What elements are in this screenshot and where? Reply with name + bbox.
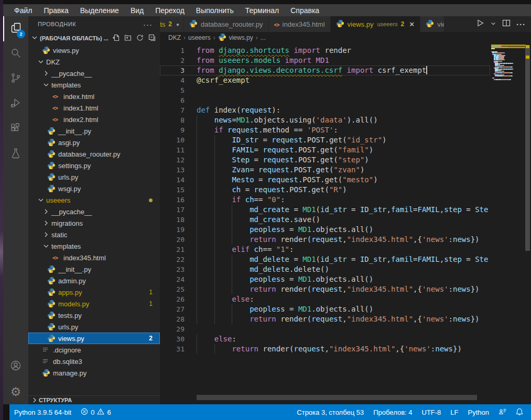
menu-item-Правка[interactable]: Правка [38,6,74,15]
breadcrumb[interactable]: DKZ›useeers›views.py›... [160,32,531,43]
python-interpreter-item[interactable]: Python 3.9.5 64-bit [9,408,76,416]
notifications-item[interactable] [511,408,528,417]
run-dropdown-chevron-icon[interactable] [490,19,496,29]
activitybar-run-debug[interactable] [3,92,28,117]
code-editor[interactable]: 1from django.shortcuts import render2fro… [160,43,531,404]
menu-item-Выполнить[interactable]: Выполнить [190,6,240,15]
code-token: = [254,146,263,154]
tree-item-models.py[interactable]: models.py1 [28,298,160,310]
encoding-item[interactable]: UTF-8 [417,408,446,416]
tree-item-index1.html[interactable]: <>index1.html [28,102,160,114]
tab-database_roouter.py[interactable]: database_roouter.py [184,16,269,32]
tree-item-index2.html[interactable]: <>index2.html [28,114,160,125]
vertical-scrollbar[interactable] [524,43,531,404]
indent-guide [232,314,232,324]
activitybar-account[interactable] [3,354,28,379]
tree-item-__init__.py[interactable]: __init__.py [28,125,160,137]
new-file-icon[interactable] [112,34,120,42]
refresh-icon[interactable] [136,34,144,42]
tree-item-urls.py[interactable]: urls.py [28,171,160,183]
tree-item-DKZ[interactable]: DKZ [28,56,160,68]
new-folder-icon[interactable] [124,34,132,42]
tree-item-.dcignore[interactable]: .dcignore [28,344,160,356]
tab-diiits[interactable]: diiits2● [160,16,184,32]
tree-item-__pycache__[interactable]: __pycache__ [28,68,160,79]
explorer-badge: 2 [17,30,25,38]
vertical-scrollbar-thumb[interactable] [525,46,530,251]
activitybar-extensions[interactable] [3,117,28,142]
indentation-item[interactable]: Пробелов: 4 [369,408,417,416]
tab-index345.html[interactable]: <>index345.html [269,16,331,32]
cursor-position-item[interactable]: Строка 3, столбец 53 [292,408,369,416]
minimap[interactable] [491,45,526,80]
tree-item-database_roouter.py[interactable]: database_roouter.py [28,148,160,160]
tree-item-index345.html[interactable]: <>index345.html [28,252,160,263]
tree-item-tests.py[interactable]: tests.py [28,310,160,321]
sidebar-more-actions[interactable]: ··· [143,20,153,29]
horizontal-scrollbar-thumb[interactable] [197,395,477,400]
tree-item-apps.py[interactable]: apps.py1 [28,286,160,298]
tree-item-asgi.py[interactable]: asgi.py [28,137,160,148]
activitybar-testing[interactable] [3,142,28,167]
tree-item-migrations[interactable]: migrations [28,217,160,229]
menu-item-Переход[interactable]: Переход [149,6,190,15]
tree-item-wsgi.py[interactable]: wsgi.py [28,183,160,194]
bell-icon [516,408,523,417]
search-icon [9,47,22,61]
tree-item-views.py[interactable]: views.py [28,45,160,56]
minimap-token [512,75,513,76]
tree-item-admin.py[interactable]: admin.py [28,275,160,286]
minimap-token [513,69,514,70]
close-icon[interactable]: ✕ [409,20,415,28]
menu-item-Файл[interactable]: Файл [8,6,38,15]
menu-item-Вид[interactable]: Вид [125,6,149,15]
activitybar-settings[interactable]: ⚙ [3,379,28,404]
workspace-section-header[interactable]: (РАБОЧАЯ ОБЛАСТЬ) ... [28,32,160,45]
tree-item-__init__.py[interactable]: __init__.py [28,263,160,275]
tree-item-urls.py[interactable]: urls.py [28,321,160,333]
menu-item-Терминал[interactable]: Терминал [240,6,285,15]
tree-item-templates[interactable]: templates [28,240,160,252]
code-token: = [250,156,263,164]
run-button[interactable] [476,19,484,29]
breadcrumb-part[interactable]: ... [261,34,266,41]
split-editor-icon[interactable] [502,19,511,29]
line-number: 19 [160,225,197,235]
activitybar-search[interactable] [3,41,28,67]
code-line: 8 news=MD1.objects.using('daata').all() [160,115,490,125]
code-token: = [285,305,298,313]
more-actions-icon[interactable]: ··· [516,20,526,29]
tab-views.py[interactable]: views.pyuseeers2✕ [331,16,421,32]
code-token: md_create [250,205,289,214]
eol-item[interactable]: LF [446,408,463,416]
menu-item-Выделение[interactable]: Выделение [74,6,125,15]
tree-item-views.py[interactable]: views.py2 [28,333,160,344]
indent-guide [197,135,197,145]
code-token: 'POST' [307,126,334,134]
tree-item-manage.py[interactable]: manage.py [28,367,160,379]
tree-item-db.sqlite3[interactable]: db.sqlite3 [28,356,160,367]
breadcrumb-part[interactable]: DKZ [168,34,181,41]
activitybar-explorer[interactable]: 2 [3,16,28,41]
tree-item-index.html[interactable]: <>index.html [28,91,160,102]
problems-item[interactable]: 0 6 [76,408,115,417]
feedback-item[interactable] [494,408,511,417]
tree-item-label: index345.html [63,254,106,262]
tree-item-templates[interactable]: templates [28,79,160,91]
tree-item-useeers[interactable]: useeers [28,194,160,206]
tree-item-__pycache__[interactable]: __pycache__ [28,206,160,217]
tree-item-settings.py[interactable]: settings.py [28,160,160,171]
breadcrumb-part[interactable]: useeers [188,34,211,41]
code-token: request [311,285,342,293]
breadcrumb-part[interactable]: views.py [229,34,253,41]
outline-section-header[interactable]: СТРУКТУРА [28,395,160,404]
tab-vie[interactable]: vie [420,16,445,32]
code-line: 22 md_delete = MD1(id_str = ID_str,famil… [160,255,490,264]
tree-item-static[interactable]: static [28,229,160,240]
activitybar-source-control[interactable] [3,67,28,92]
collapse-all-icon[interactable] [148,34,156,42]
code-line: 28 return render(request,"index345.html"… [160,314,490,324]
menu-item-Справка[interactable]: Справка [285,6,325,15]
minimap-token [505,55,505,56]
language-mode-item[interactable]: Python [463,408,494,416]
